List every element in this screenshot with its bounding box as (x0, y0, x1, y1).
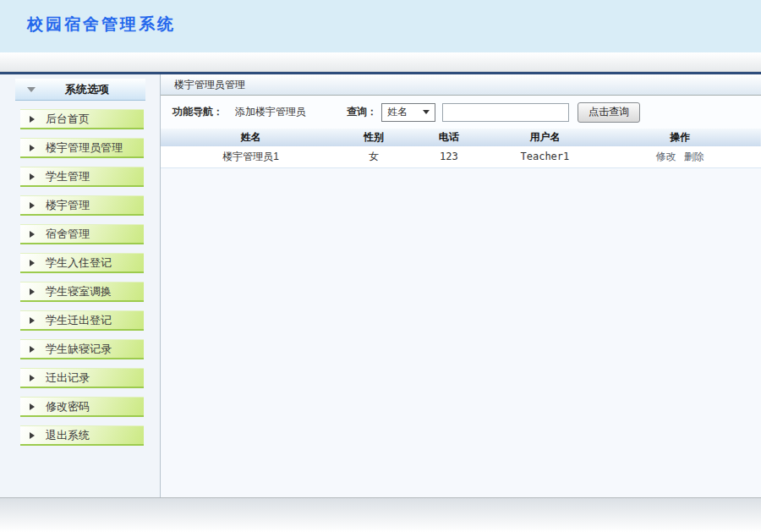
search-button[interactable]: 点击查询 (578, 102, 640, 123)
table-row: 楼宇管理员1 女 123 Teacher1 修改 删除 (161, 146, 761, 167)
sidebar-panel-header[interactable]: 系统选项 (15, 79, 145, 101)
sidebar-item-moveout-reg[interactable]: 学生迁出登记 (20, 310, 144, 331)
column-header-username: 用户名 (490, 129, 599, 146)
arrow-right-icon (30, 346, 35, 353)
arrow-right-icon (30, 403, 35, 410)
section-title: 楼宇管理员管理 (161, 74, 761, 96)
nav-strip (0, 52, 761, 72)
arrow-right-icon (30, 116, 35, 123)
sidebar-item-dorms[interactable]: 宿舍管理 (20, 224, 144, 244)
column-header-actions: 操作 (599, 129, 761, 146)
page-footer (0, 497, 761, 532)
dropdown-arrow-icon (423, 110, 430, 114)
cell-actions: 修改 删除 (599, 146, 761, 167)
main-content: 楼宇管理员管理 功能导航： 添加楼宇管理员 查询： 姓名 点击查询 (161, 74, 761, 497)
sidebar-item-label: 后台首页 (46, 112, 90, 127)
sidebar-item-label: 学生管理 (46, 169, 90, 184)
sidebar-item-checkin[interactable]: 学生入住登记 (20, 253, 144, 273)
sidebar-item-absence[interactable]: 学生缺寝记录 (20, 339, 144, 359)
sidebar-item-moveout-log[interactable]: 迁出记录 (20, 368, 144, 388)
arrow-right-icon (30, 288, 35, 295)
column-header-phone: 电话 (407, 129, 490, 146)
sidebar-menu: 后台首页 楼宇管理员管理 学生管理 楼宇管理 宿舍管理 (0, 109, 160, 446)
arrow-right-icon (30, 432, 35, 439)
sidebar-item-label: 宿舍管理 (46, 227, 90, 242)
query-field-selected-value: 姓名 (387, 105, 408, 119)
sidebar-item-change-password[interactable]: 修改密码 (20, 397, 144, 417)
sidebar-item-label: 学生寝室调换 (46, 284, 112, 299)
sidebar: 系统选项 后台首页 楼宇管理员管理 学生管理 楼宇管理 (0, 74, 161, 497)
column-header-name: 姓名 (161, 129, 341, 146)
sidebar-item-label: 楼宇管理员管理 (46, 140, 123, 156)
sidebar-panel-title: 系统选项 (36, 82, 145, 97)
collapse-triangle-icon (27, 87, 36, 92)
body-wrapper: 系统选项 后台首页 楼宇管理员管理 学生管理 楼宇管理 (0, 74, 761, 497)
sidebar-item-buildings[interactable]: 楼宇管理 (20, 195, 144, 216)
sidebar-item-home[interactable]: 后台首页 (20, 109, 144, 129)
sidebar-item-label: 楼宇管理 (46, 198, 90, 213)
sidebar-item-label: 学生迁出登记 (46, 313, 112, 328)
sidebar-item-label: 学生入住登记 (46, 255, 112, 271)
app-banner: 校园宿舍管理系统 (0, 0, 761, 52)
cell-gender: 女 (341, 146, 407, 167)
sidebar-item-label: 学生缺寝记录 (46, 342, 112, 357)
query-field-select[interactable]: 姓名 (381, 103, 435, 122)
sidebar-item-room-swap[interactable]: 学生寝室调换 (20, 282, 144, 302)
edit-link[interactable]: 修改 (655, 151, 676, 162)
page: 校园宿舍管理系统 系统选项 后台首页 楼宇管理员管理 学生管理 (0, 0, 761, 532)
sidebar-item-label: 迁出记录 (46, 370, 90, 386)
search-input[interactable] (442, 103, 569, 122)
sidebar-item-building-admin[interactable]: 楼宇管理员管理 (20, 138, 144, 158)
cell-phone: 123 (407, 146, 490, 167)
arrow-right-icon (30, 260, 35, 266)
sidebar-item-logout[interactable]: 退出系统 (20, 425, 144, 446)
nav-label: 功能导航： (172, 105, 223, 119)
toolbar: 功能导航： 添加楼宇管理员 查询： 姓名 点击查询 (161, 96, 761, 129)
arrow-right-icon (30, 173, 35, 180)
add-building-admin-link[interactable]: 添加楼宇管理员 (235, 105, 306, 119)
sidebar-item-label: 修改密码 (46, 399, 90, 414)
query-label: 查询： (347, 105, 377, 119)
arrow-right-icon (30, 145, 35, 151)
cell-name: 楼宇管理员1 (161, 146, 341, 167)
delete-link[interactable]: 删除 (684, 151, 704, 162)
app-title: 校园宿舍管理系统 (0, 0, 761, 36)
admin-table: 姓名 性别 电话 用户名 操作 楼宇管理员1 女 123 Teacher1 (161, 129, 761, 168)
arrow-right-icon (30, 231, 35, 238)
arrow-right-icon (30, 375, 35, 381)
sidebar-item-label: 退出系统 (46, 428, 90, 443)
arrow-right-icon (30, 202, 35, 209)
cell-username: Teacher1 (490, 146, 599, 167)
arrow-right-icon (30, 317, 35, 324)
sidebar-item-students[interactable]: 学生管理 (20, 167, 144, 187)
table-header-row: 姓名 性别 电话 用户名 操作 (161, 129, 761, 146)
column-header-gender: 性别 (341, 129, 407, 146)
